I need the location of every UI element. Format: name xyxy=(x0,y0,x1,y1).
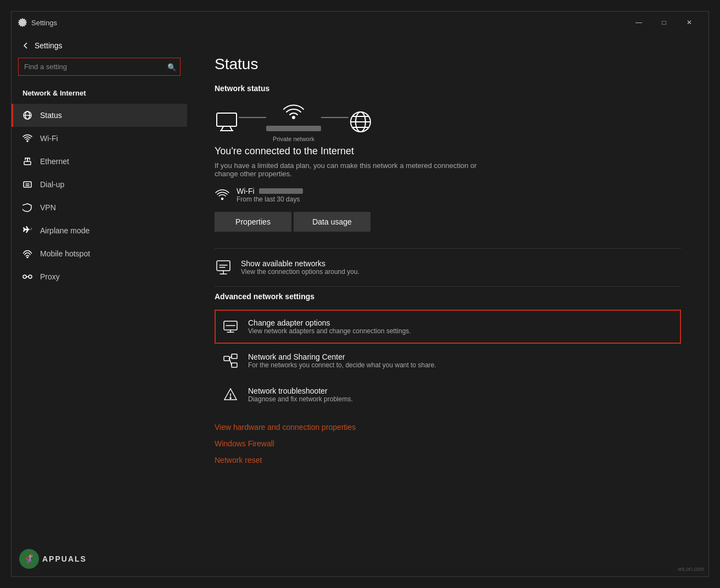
wifi-status-icon xyxy=(215,188,230,201)
sidebar-item-status[interactable]: Status xyxy=(12,104,187,127)
app-body: Settings 🔍 Network & Internet Status xyxy=(12,33,708,576)
network-private-label: Private network xyxy=(273,136,314,142)
change-adapter-title: Change adapter options xyxy=(248,318,411,327)
svg-rect-4 xyxy=(24,161,31,165)
troubleshooter-subtitle: Diagnose and fix network problems. xyxy=(248,395,353,403)
page-title: Status xyxy=(215,55,681,73)
sidebar-item-ethernet-label: Ethernet xyxy=(40,157,69,166)
ethernet-icon xyxy=(22,156,32,166)
show-networks-title: Show available networks xyxy=(241,259,359,268)
sidebar-item-wifi-label: Wi-Fi xyxy=(40,134,58,143)
advanced-title: Advanced network settings xyxy=(215,292,681,301)
troubleshooter-text: Network troubleshooter Diagnose and fix … xyxy=(248,387,353,403)
connected-text: You're connected to the Internet xyxy=(215,145,681,157)
titlebar: Settings — □ ✕ xyxy=(12,12,708,33)
sidebar-item-ethernet[interactable]: Ethernet xyxy=(12,150,187,173)
sharing-center-title: Network and Sharing Center xyxy=(248,352,436,361)
svg-point-21 xyxy=(292,116,295,119)
search-input[interactable] xyxy=(18,58,181,76)
minimize-button[interactable]: — xyxy=(626,14,651,31)
svg-point-15 xyxy=(29,275,32,278)
maximize-button[interactable]: □ xyxy=(651,14,677,31)
settings-window: Settings — □ ✕ Settings 🔍 Network & Inte xyxy=(11,11,709,577)
wifi-name-blur xyxy=(266,126,321,131)
sidebar-item-status-label: Status xyxy=(40,111,62,120)
main-content: Status Network status xyxy=(187,33,708,576)
wifi-ssid-blur xyxy=(259,188,303,194)
show-networks-option[interactable]: Show available networks View the connect… xyxy=(215,251,681,284)
close-button[interactable]: ✕ xyxy=(677,14,702,31)
computer-icon-box xyxy=(215,112,239,132)
sidebar: Settings 🔍 Network & Internet Status xyxy=(12,33,187,576)
network-line-1 xyxy=(239,117,266,118)
sidebar-item-hotspot-label: Mobile hotspot xyxy=(40,249,90,258)
network-line-2 xyxy=(321,117,348,118)
sidebar-item-proxy-label: Proxy xyxy=(40,272,60,281)
wifi-info-row: Wi-Fi From the last 30 days xyxy=(215,187,681,203)
svg-rect-37 xyxy=(224,356,229,361)
wifi-icon xyxy=(22,133,32,143)
change-adapter-text: Change adapter options View network adap… xyxy=(248,318,411,335)
sidebar-item-dialup-label: Dial-up xyxy=(40,180,64,189)
svg-point-43 xyxy=(230,397,231,399)
status-icon xyxy=(22,110,32,120)
troubleshooter-title: Network troubleshooter xyxy=(248,387,353,395)
network-status-area: You're connected to the Internet If you … xyxy=(215,145,681,232)
globe-icon xyxy=(348,110,373,134)
networks-icon xyxy=(215,259,232,276)
svg-line-41 xyxy=(229,359,232,365)
network-diagram: Private network xyxy=(215,102,681,142)
network-status-title: Network status xyxy=(215,84,681,93)
svg-rect-10 xyxy=(24,182,31,187)
change-adapter-item[interactable]: Change adapter options View network adap… xyxy=(215,310,681,344)
appuals-logo: 🦸 APPUALS xyxy=(19,549,87,569)
sidebar-item-wifi[interactable]: Wi-Fi xyxy=(12,127,187,150)
troubleshooter-item[interactable]: Network troubleshooter Diagnose and fix … xyxy=(215,378,681,412)
sidebar-item-proxy[interactable]: Proxy xyxy=(12,265,187,288)
search-icon: 🔍 xyxy=(167,63,176,71)
hardware-properties-link[interactable]: View hardware and connection properties xyxy=(215,423,681,432)
sidebar-item-vpn[interactable]: VPN xyxy=(12,196,187,219)
titlebar-title: Settings xyxy=(31,19,626,27)
svg-point-14 xyxy=(23,275,26,278)
wifi-name-info: Wi-Fi From the last 30 days xyxy=(237,187,303,203)
sidebar-item-hotspot[interactable]: Mobile hotspot xyxy=(12,242,187,265)
svg-rect-28 xyxy=(217,261,230,271)
sidebar-item-airplane-label: Airplane mode xyxy=(40,226,89,235)
svg-point-13 xyxy=(27,257,28,258)
network-reset-link[interactable]: Network reset xyxy=(215,456,681,464)
airplane-icon xyxy=(22,226,32,236)
wifi-router-icon xyxy=(282,102,306,121)
svg-line-19 xyxy=(230,126,232,131)
back-button[interactable]: Settings xyxy=(12,33,187,58)
divider-1 xyxy=(215,248,681,249)
advanced-section: Advanced network settings Change adapter… xyxy=(215,292,681,412)
show-networks-subtitle: View the connection options around you. xyxy=(241,268,359,276)
sidebar-section-title: Network & Internet xyxy=(12,85,187,104)
sidebar-item-vpn-label: VPN xyxy=(40,203,56,212)
sharing-center-item[interactable]: Network and Sharing Center For the netwo… xyxy=(215,344,681,378)
svg-rect-39 xyxy=(232,363,237,367)
sharing-center-text: Network and Sharing Center For the netwo… xyxy=(248,352,436,369)
computer-icon xyxy=(215,112,239,132)
search-box: 🔍 xyxy=(18,58,181,76)
properties-button[interactable]: Properties xyxy=(215,212,291,232)
dialup-icon xyxy=(22,180,32,189)
connected-subtext: If you have a limited data plan, you can… xyxy=(215,161,489,178)
show-networks-text: Show available networks View the connect… xyxy=(241,259,359,276)
hotspot-icon xyxy=(22,249,32,259)
vpn-icon xyxy=(22,203,32,212)
window-controls: — □ ✕ xyxy=(626,14,702,31)
svg-point-27 xyxy=(222,198,223,200)
data-usage-button[interactable]: Data usage xyxy=(294,212,370,232)
watermark: ws.on.com xyxy=(678,566,704,572)
svg-rect-17 xyxy=(217,113,237,126)
proxy-icon xyxy=(22,272,32,282)
svg-rect-38 xyxy=(232,354,237,359)
sidebar-item-dialup[interactable]: Dial-up xyxy=(12,173,187,196)
troubleshooter-icon xyxy=(222,386,239,404)
wifi-action-buttons: Properties Data usage xyxy=(215,212,681,232)
windows-firewall-link[interactable]: Windows Firewall xyxy=(215,439,681,448)
appuals-icon: 🦸 xyxy=(19,549,39,569)
sidebar-item-airplane[interactable]: Airplane mode xyxy=(12,219,187,242)
